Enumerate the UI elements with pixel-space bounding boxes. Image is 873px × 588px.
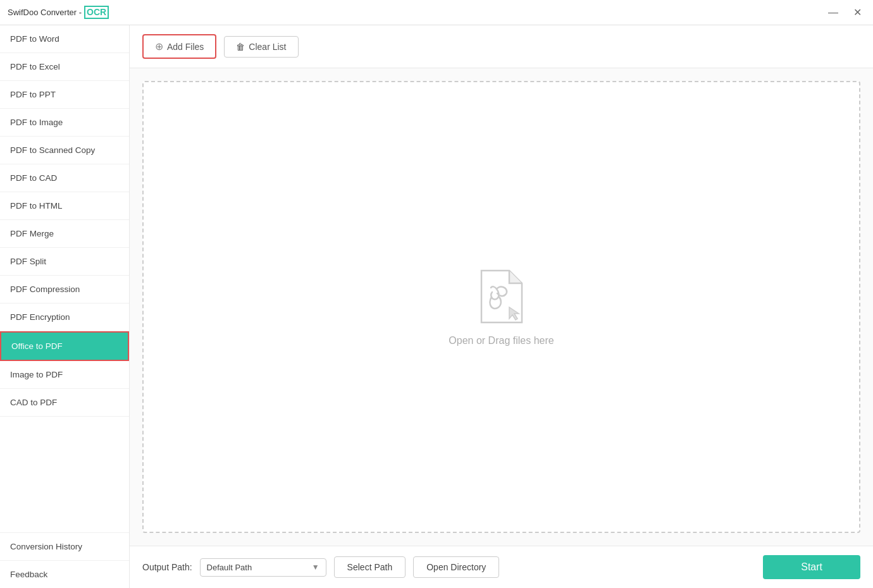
output-path-select[interactable]: Default Path ▼ (200, 558, 326, 577)
title-bar: SwifDoo Converter - OCR — ✕ (0, 0, 873, 25)
select-path-button[interactable]: Select Path (334, 556, 406, 578)
output-path-label: Output Path: (142, 562, 192, 572)
toolbar: ⊕ Add Files 🗑 Clear List (130, 25, 873, 68)
trash-icon: 🗑 (236, 42, 245, 52)
sidebar-item-conversion-history[interactable]: Conversion History (0, 532, 129, 560)
main-layout: PDF to Word PDF to Excel PDF to PPT PDF … (0, 25, 873, 588)
sidebar-item-pdf-to-excel[interactable]: PDF to Excel (0, 53, 129, 81)
sidebar-item-pdf-to-word[interactable]: PDF to Word (0, 25, 129, 53)
sidebar-item-pdf-to-ppt[interactable]: PDF to PPT (0, 81, 129, 109)
start-button[interactable]: Start (763, 555, 860, 579)
minimize-button[interactable]: — (824, 6, 842, 20)
sidebar-item-cad-to-pdf[interactable]: CAD to PDF (0, 389, 129, 417)
sidebar-item-pdf-to-scanned-copy[interactable]: PDF to Scanned Copy (0, 137, 129, 164)
sidebar-item-feedback[interactable]: Feedback (0, 560, 129, 588)
sidebar-item-pdf-to-html[interactable]: PDF to HTML (0, 192, 129, 220)
title-bar-controls: — ✕ (824, 5, 865, 20)
add-files-button[interactable]: ⊕ Add Files (142, 34, 216, 59)
content-area: ⊕ Add Files 🗑 Clear List (130, 25, 873, 588)
drop-zone-container: Open or Drag files here (130, 68, 873, 546)
sidebar-item-pdf-encryption[interactable]: PDF Encryption (0, 303, 129, 331)
clear-list-label: Clear List (249, 42, 286, 52)
sidebar-item-pdf-compression[interactable]: PDF Compression (0, 276, 129, 303)
drop-zone-text: Open or Drag files here (449, 335, 554, 346)
pdf-icon (476, 268, 527, 325)
drop-zone[interactable]: Open or Drag files here (142, 81, 860, 533)
sidebar-item-pdf-to-cad[interactable]: PDF to CAD (0, 164, 129, 192)
title-bar-left: SwifDoo Converter - OCR (8, 6, 109, 19)
ocr-label: OCR (84, 6, 109, 19)
selected-path-option: Default Path (207, 563, 252, 572)
app-name: SwifDoo Converter - (8, 8, 82, 17)
sidebar-item-office-to-pdf[interactable]: Office to PDF (0, 331, 129, 361)
open-directory-button[interactable]: Open Directory (413, 556, 499, 578)
sidebar: PDF to Word PDF to Excel PDF to PPT PDF … (0, 25, 130, 588)
clear-list-button[interactable]: 🗑 Clear List (224, 36, 298, 58)
close-button[interactable]: ✕ (850, 5, 865, 20)
sidebar-item-pdf-merge[interactable]: PDF Merge (0, 220, 129, 248)
sidebar-item-pdf-to-image[interactable]: PDF to Image (0, 109, 129, 137)
sidebar-item-pdf-split[interactable]: PDF Split (0, 248, 129, 276)
plus-icon: ⊕ (155, 40, 163, 52)
sidebar-item-image-to-pdf[interactable]: Image to PDF (0, 361, 129, 389)
bottom-bar: Output Path: Default Path ▼ Select Path … (130, 546, 873, 588)
chevron-down-icon: ▼ (312, 563, 319, 572)
add-files-label: Add Files (167, 42, 204, 52)
